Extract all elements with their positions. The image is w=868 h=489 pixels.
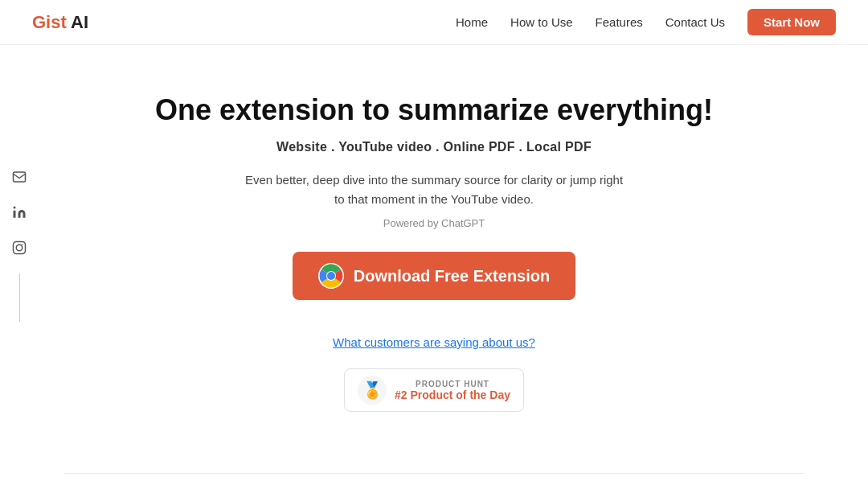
hero-subtitle: Website . YouTube video . Online PDF . L… bbox=[145, 140, 723, 154]
svg-point-3 bbox=[16, 244, 23, 251]
powered-by-text: Powered by ChatGPT bbox=[145, 217, 723, 229]
logo-gist: Gist bbox=[32, 12, 67, 32]
sidebar-divider bbox=[19, 273, 20, 322]
logo[interactable]: Gist AI bbox=[32, 12, 88, 33]
nav-link-features: Features bbox=[596, 15, 643, 29]
download-button-label: Download Free Extension bbox=[354, 267, 550, 286]
product-hunt-text: PRODUCT HUNT #2 Product of the Day bbox=[395, 380, 510, 401]
chrome-icon bbox=[318, 263, 344, 289]
logo-ai: AI bbox=[67, 12, 88, 32]
nav-link-how-to-use: How to Use bbox=[510, 15, 573, 29]
instagram-icon[interactable] bbox=[6, 235, 32, 261]
svg-point-7 bbox=[327, 272, 335, 280]
product-hunt-label: PRODUCT HUNT bbox=[395, 380, 510, 388]
navbar: Gist AI Home How to Use Features Contact… bbox=[0, 0, 868, 45]
nav-item-contact[interactable]: Contact Us bbox=[665, 15, 725, 30]
customers-link[interactable]: What customers are saying about us? bbox=[145, 335, 723, 349]
nav-item-features[interactable]: Features bbox=[596, 15, 643, 30]
social-sidebar bbox=[0, 154, 39, 335]
section-divider bbox=[64, 473, 804, 474]
nav-link-contact: Contact Us bbox=[665, 15, 725, 29]
product-hunt-medal-icon: 🏅 bbox=[358, 376, 387, 405]
hero-section: One extension to summarize everything! W… bbox=[113, 45, 755, 444]
svg-point-1 bbox=[14, 207, 16, 209]
nav-item-home[interactable]: Home bbox=[456, 15, 488, 30]
nav-item-how-to-use[interactable]: How to Use bbox=[510, 15, 573, 30]
nav-link-home: Home bbox=[456, 15, 488, 29]
start-now-button[interactable]: Start Now bbox=[747, 9, 836, 35]
linkedin-icon[interactable] bbox=[6, 199, 32, 225]
svg-rect-0 bbox=[14, 172, 26, 182]
nav-links: Home How to Use Features Contact Us Star… bbox=[456, 9, 836, 35]
product-hunt-rank: #2 Product of the Day bbox=[395, 388, 510, 401]
svg-rect-2 bbox=[14, 242, 26, 254]
hero-description: Even better, deep dive into the summary … bbox=[145, 171, 723, 209]
product-hunt-badge[interactable]: 🏅 PRODUCT HUNT #2 Product of the Day bbox=[344, 368, 524, 412]
download-extension-button[interactable]: Download Free Extension bbox=[293, 252, 575, 300]
email-icon[interactable] bbox=[6, 164, 32, 190]
start-now-button-wrapper: Start Now bbox=[747, 9, 836, 35]
hero-headline: One extension to summarize everything! bbox=[145, 93, 723, 127]
svg-point-4 bbox=[22, 244, 23, 245]
